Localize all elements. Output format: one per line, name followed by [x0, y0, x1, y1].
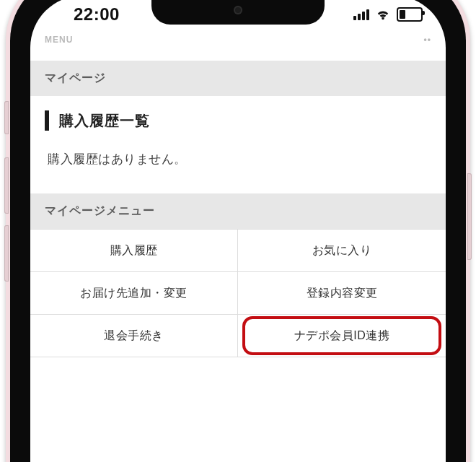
cellular-signal-icon	[353, 9, 369, 20]
status-time: 22:00	[74, 4, 120, 25]
band-menu: マイページメニュー	[30, 193, 446, 229]
menu-item-favorites[interactable]: お気に入り	[238, 230, 446, 272]
menu-item-purchase-history[interactable]: 購入履歴	[30, 230, 238, 272]
camera-icon	[234, 6, 242, 14]
side-button-silence	[4, 101, 9, 134]
title-accent-bar	[45, 110, 49, 131]
menu-item-label: 購入履歴	[110, 243, 158, 258]
notch	[151, 0, 325, 25]
menu-item-address[interactable]: お届け先追加・変更	[30, 272, 238, 315]
menu-item-label: お届け先追加・変更	[80, 286, 188, 301]
menu-item-profile[interactable]: 登録内容変更	[238, 272, 446, 315]
app-content: MENU •• マイページ 購入履歴一覧 購入履歴はありません。 マイページメニ…	[30, 0, 446, 462]
wifi-icon	[375, 8, 391, 21]
side-button-power	[467, 173, 472, 260]
menu-item-label: お気に入り	[312, 243, 372, 258]
menu-item-label: 退会手続き	[104, 328, 164, 344]
menu-label[interactable]: MENU	[45, 35, 73, 45]
side-button-volume-up	[4, 157, 9, 214]
section-title-text: 購入履歴一覧	[59, 111, 150, 131]
side-button-volume-down	[4, 225, 9, 282]
empty-state-text: 購入履歴はありません。	[30, 144, 446, 193]
menu-item-withdraw[interactable]: 退会手続き	[30, 315, 238, 357]
phone-frame: 22:00 MENU •• マイページ	[6, 0, 470, 462]
band-mypage: マイページ	[30, 61, 446, 96]
menu-item-label: 登録内容変更	[307, 286, 378, 301]
mypage-menu-grid: 購入履歴 お気に入り お届け先追加・変更 登録内容変更 退会手続き	[30, 229, 446, 357]
battery-icon	[397, 7, 423, 22]
top-row-right[interactable]: ••	[424, 35, 431, 45]
menu-item-nadepo-id-link[interactable]: ナデポ会員ID連携	[238, 315, 446, 357]
section-title: 購入履歴一覧	[30, 96, 446, 144]
menu-item-label: ナデポ会員ID連携	[294, 328, 390, 344]
top-row: MENU ••	[30, 33, 446, 61]
